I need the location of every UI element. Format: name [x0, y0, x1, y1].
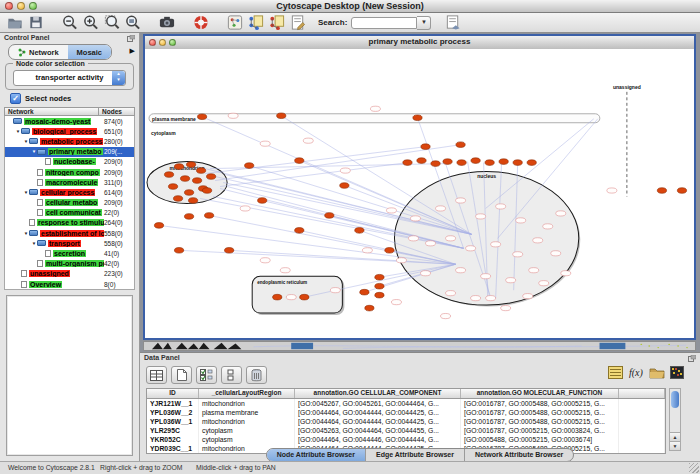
folder-icon — [29, 230, 38, 236]
tree-row[interactable]: nitrogen compo209(0) — [5, 167, 134, 177]
tree-row[interactable]: multi-organism pro42(0) — [5, 259, 134, 269]
search-dropdown-arrow[interactable]: ▼ — [417, 16, 431, 30]
network-tree: mosaic-demo-yeast874(0)▼biological_proce… — [4, 116, 135, 290]
resize-grip-icon[interactable] — [689, 463, 699, 473]
tree-row-label: nucleobase- — [53, 158, 96, 165]
function-builder-icon[interactable]: f(x) — [628, 366, 644, 379]
scrollbar-thumb[interactable] — [671, 391, 679, 408]
help-icon[interactable] — [192, 14, 210, 31]
search-config-icon[interactable] — [444, 14, 462, 31]
background-window-strip[interactable] — [143, 341, 696, 351]
tree-row[interactable]: macromolecule311(0) — [5, 177, 134, 187]
layout-blue-icon[interactable] — [247, 14, 265, 31]
search-input[interactable] — [351, 17, 417, 29]
tree-row-count: 209(0) — [104, 169, 134, 176]
tree-row[interactable]: ▼cellular process614(0) — [5, 187, 134, 197]
layout-red-icon[interactable] — [268, 14, 286, 31]
matrix-icon[interactable] — [670, 366, 684, 379]
table-cell: YPL036W__1 — [147, 417, 199, 426]
zoom-fit-icon[interactable] — [124, 14, 142, 31]
tree-row-label: nitrogen compo — [45, 169, 100, 176]
tree-row-count: 558(0) — [104, 240, 134, 247]
tab-node-attribute-browser[interactable]: Node Attribute Browser — [267, 449, 366, 461]
network-file-icon — [37, 209, 43, 216]
select-attributes-icon[interactable] — [196, 366, 217, 384]
table-row[interactable]: YKR052Ccytoplasm[GO:0044464, GO:0044446,… — [147, 435, 665, 444]
tree-row-label: multi-organism pro — [45, 260, 104, 267]
table-cell — [619, 426, 665, 435]
tree-row[interactable]: unassigned223(0) — [5, 269, 134, 279]
folder-icon — [13, 118, 22, 124]
table-cell: [GO:0016787, GO:0005215, GO:0003824, G..… — [461, 426, 619, 435]
column-header[interactable]: ID — [147, 389, 199, 398]
tree-row[interactable]: cellular metabo209(0) — [5, 198, 134, 208]
vizmapper-icon[interactable] — [226, 14, 244, 31]
tree-row-label: metabolic process — [40, 138, 103, 145]
tree-row-count: 558(0) — [104, 230, 134, 237]
tree-row[interactable]: ▼primary metabo209(... — [5, 147, 134, 157]
tree-row-count: 41(0) — [104, 250, 134, 257]
tree-row-label: secretion — [53, 250, 86, 257]
table-mode-icon[interactable] — [146, 366, 167, 384]
control-panel-tabs: NetworkMosaic — [8, 44, 112, 60]
table-row[interactable]: YJR121W__1mitochondrion[GO:0045267, GO:0… — [147, 399, 665, 408]
node-color-select[interactable]: transporter activity ▲▼ — [13, 70, 126, 86]
tab-network[interactable]: Network — [9, 45, 68, 59]
tab-overflow-arrow[interactable]: ▶ — [130, 47, 135, 55]
tab-network-attribute-browser[interactable]: Network Attribute Browser — [465, 449, 573, 461]
birdseye-view[interactable] — [6, 295, 133, 456]
float-panel-icon[interactable] — [127, 35, 135, 42]
attribute-table: ID_cellularLayoutRegionannotation.GO CEL… — [146, 388, 666, 454]
new-attribute-icon[interactable] — [171, 366, 192, 384]
tree-row[interactable]: secretion41(0) — [5, 248, 134, 258]
tree-row[interactable]: cell communicat22(0) — [5, 208, 134, 218]
search-label: Search: — [318, 18, 347, 27]
float-panel-icon[interactable] — [688, 355, 696, 362]
open-file-icon[interactable] — [6, 14, 24, 31]
network-tree-header: Network Nodes — [4, 107, 135, 116]
tree-column-nodes[interactable]: Nodes — [99, 108, 134, 115]
tree-row[interactable]: ▼biological_process651(0) — [5, 126, 134, 136]
table-cell: [GO:0045267, GO:0045261, GO:0044464, G..… — [295, 399, 461, 408]
unselect-attributes-icon[interactable] — [221, 366, 242, 384]
table-row[interactable]: YLR295Ccytoplasm[GO:0045263, GO:0044464,… — [147, 426, 665, 435]
column-header[interactable]: annotation.GO CELLULAR_COMPONENT — [295, 389, 461, 398]
network-window-titlebar[interactable]: primary metabolic process — [145, 36, 694, 50]
tree-row[interactable]: response to stimulu264(0) — [5, 218, 134, 228]
zoom-selected-icon[interactable] — [103, 14, 121, 31]
tree-row[interactable]: ▼metabolic process280(0) — [5, 136, 134, 146]
tree-row[interactable]: mosaic-demo-yeast874(0) — [5, 116, 134, 126]
zoom-in-icon[interactable] — [82, 14, 100, 31]
tab-edge-attribute-browser[interactable]: Edge Attribute Browser — [366, 449, 465, 461]
tree-row[interactable]: nucleobase-209(0) — [5, 157, 134, 167]
table-row[interactable]: YPL036W__2plasma membrane[GO:0044464, GO… — [147, 408, 665, 417]
tree-row-label: biological_process — [32, 128, 97, 135]
tree-row[interactable]: Overview8(0) — [5, 279, 134, 289]
column-header[interactable] — [619, 389, 665, 398]
delete-attribute-icon[interactable] — [246, 366, 267, 384]
save-session-icon[interactable] — [27, 14, 45, 31]
network-file-icon — [37, 199, 43, 206]
tree-row[interactable]: ▼establishment of lo558(0) — [5, 228, 134, 238]
tree-column-network[interactable]: Network — [5, 108, 99, 115]
select-nodes-checkbox[interactable]: ✓ — [10, 93, 21, 104]
tree-row-label: unassigned — [29, 270, 70, 277]
network-canvas[interactable]: plasma membranecytoplasmnucleusmitochond… — [145, 49, 694, 338]
tab-mosaic[interactable]: Mosaic — [68, 45, 111, 59]
tree-row[interactable]: ▼transport558(0) — [5, 238, 134, 248]
table-cell: [GO:0016787, GO:0005488, GO:0005215, G..… — [461, 399, 619, 408]
import-attributes-icon[interactable] — [649, 366, 665, 379]
column-header[interactable]: annotation.GO MOLECULAR_FUNCTION — [461, 389, 619, 398]
annotation-icon[interactable] — [289, 14, 307, 31]
attribute-batch-icon[interactable] — [608, 366, 623, 379]
network-file-icon — [37, 179, 43, 186]
zoom-out-icon[interactable] — [61, 14, 79, 31]
table-scrollbar[interactable]: ▲ ▼ — [669, 388, 681, 451]
tree-row-count: 22(0) — [104, 209, 134, 216]
table-row[interactable]: YPL036W__1mitochondrion[GO:0044464, GO:0… — [147, 417, 665, 426]
column-header[interactable]: _cellularLayoutRegion — [199, 389, 295, 398]
snapshot-icon[interactable] — [158, 14, 176, 31]
scroll-up-arrow[interactable]: ▲ — [670, 432, 680, 441]
table-cell — [619, 417, 665, 426]
network-file-icon — [37, 260, 43, 267]
